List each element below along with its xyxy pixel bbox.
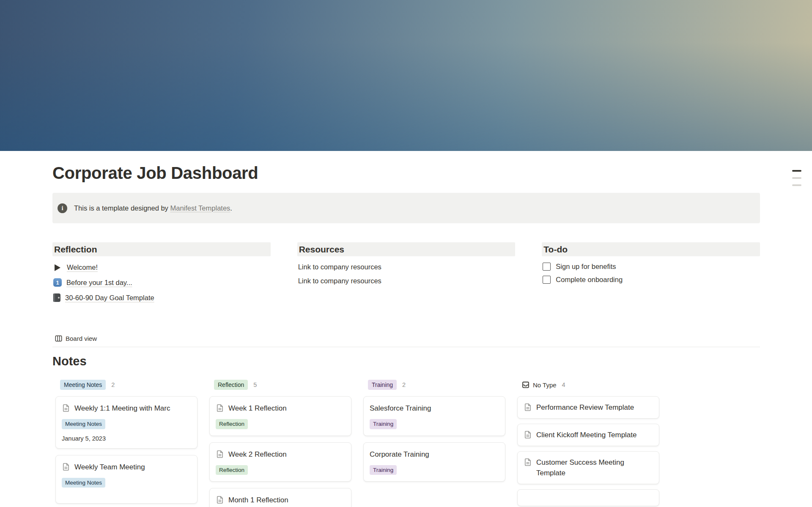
card-tag: Training [370,419,397,429]
page-icon [216,450,224,458]
page-link-row[interactable]: 30-60-90 Day Goal Template [52,290,271,305]
page-icon [216,496,224,504]
group-pill-meeting-notes[interactable]: Meeting Notes [60,380,106,390]
todo-item: Sign up for benefits [542,260,760,273]
group-name: No Type [533,381,557,389]
todo-label: Complete onboarding [556,276,623,284]
callout-text-after: . [230,204,232,212]
info-icon: i [58,203,67,213]
group-label-no-type[interactable]: No Type [522,381,557,389]
page-icon [524,430,532,439]
card-week-2-reflection[interactable]: Week 2 Reflection Reflection [209,442,351,482]
card-title: Corporate Training [370,449,429,460]
card-tag: Training [370,465,397,475]
page-link-before-first-day[interactable]: Before your 1st day... [66,279,132,287]
card-tag: Reflection [216,419,248,429]
toc-line [792,177,801,179]
board-group-reflection: Reflection 5 Week 1 Reflection [209,379,351,507]
card-title: Weekly Team Meeting [74,462,145,472]
group-pill-reflection[interactable]: Reflection [214,380,248,390]
column-reflection: Reflection Welcome! 1 Before your 1st da… [52,242,271,305]
page-icon [524,403,532,411]
card-customer-success-meeting-template[interactable]: Customer Success Meeting Template [517,451,659,484]
inbox-icon [522,381,529,389]
page-icon [62,463,70,471]
page-link-welcome[interactable]: Welcome! [67,263,98,271]
board-group-training: Training 2 Salesforce Training Training … [363,379,505,482]
card-performance-review-template[interactable]: Performance Review Template [517,396,659,419]
board-view-icon [55,335,62,342]
resource-link[interactable]: Link to company resources [297,260,516,274]
card-tag: Reflection [216,465,248,475]
notebook-icon [53,293,60,302]
group-header: Training 2 [363,379,505,391]
card-tag: Meeting Notes [62,478,105,488]
notion-page: Corporate Job Dashboard i This is a temp… [0,0,812,507]
column-resources: Resources Link to company resources Link… [297,242,516,288]
column-todo: To-do Sign up for benefits Complete onbo… [542,242,760,286]
section-header-todo: To-do [542,242,760,256]
card-title: Client Kickoff Meeting Template [536,430,637,440]
card-date: January 5, 2023 [62,435,191,442]
card-title: Month 1 Reflection [228,495,288,505]
cover-image [0,0,812,151]
group-header: Meeting Notes 2 [55,379,198,391]
card-tag: Meeting Notes [62,419,105,429]
toc-line [792,184,801,186]
card-partial[interactable] [517,489,659,506]
page-icon [524,458,532,466]
board-group-no-type: No Type 4 Performance Review Template [517,379,659,506]
board: Meeting Notes 2 Weekly 1:1 Meeting with … [52,379,760,507]
one-keycap-icon: 1 [53,278,62,287]
todo-label: Sign up for benefits [556,263,616,271]
resource-link[interactable]: Link to company resources [297,274,516,288]
page-title: Corporate Job Dashboard [52,164,760,183]
toc-line-active [792,170,801,172]
card-month-1-reflection[interactable]: Month 1 Reflection [209,488,351,507]
card-client-kickoff-meeting-template[interactable]: Client Kickoff Meeting Template [517,424,659,446]
view-tabs-bar: Board view [52,332,760,347]
page-link-row[interactable]: Welcome! [52,260,271,275]
group-count: 2 [402,381,406,388]
section-header-resources: Resources [297,242,516,256]
page-icon [216,404,224,412]
card-weekly-team-meeting[interactable]: Weekly Team Meeting Meeting Notes [55,455,198,504]
card-title: Weekly 1:1 Meeting with Marc [74,403,170,414]
board-view-label: Board view [66,335,97,342]
manifest-templates-link[interactable]: Manifest Templates [170,204,230,212]
callout-text: This is a template designed by Manifest … [74,204,232,212]
card-title: Salesforce Training [370,403,431,414]
page-link-30-60-90[interactable]: 30-60-90 Day Goal Template [65,294,154,302]
board-view-tab[interactable]: Board view [53,332,99,347]
board-group-meeting-notes: Meeting Notes 2 Weekly 1:1 Meeting with … [55,379,198,504]
play-icon [55,264,60,271]
todo-item: Complete onboarding [542,273,760,286]
group-header: No Type 4 [517,379,659,391]
page-content: Corporate Job Dashboard i This is a temp… [0,164,812,507]
group-pill-training[interactable]: Training [368,380,397,390]
group-count: 5 [253,381,257,388]
card-title: Week 2 Reflection [228,449,287,460]
card-weekly-11-meeting[interactable]: Weekly 1:1 Meeting with Marc Meeting Not… [55,396,198,449]
card-title: Week 1 Reflection [228,403,287,414]
callout-text-before: This is a template designed by [74,204,170,212]
group-count: 2 [111,381,115,388]
group-header: Reflection 5 [209,379,351,391]
card-salesforce-training[interactable]: Salesforce Training Training [363,396,505,436]
section-header-reflection: Reflection [52,242,271,256]
card-corporate-training[interactable]: Corporate Training Training [363,442,505,482]
card-title: Performance Review Template [536,402,634,413]
database-title: Notes [52,354,760,368]
group-count: 4 [562,381,565,388]
checkbox-complete-onboarding[interactable] [543,276,551,284]
card-title: Customer Success Meeting Template [536,457,653,478]
table-of-contents-indicator[interactable] [792,170,801,186]
checkbox-sign-up-benefits[interactable] [543,263,551,271]
page-link-row[interactable]: 1 Before your 1st day... [52,275,271,290]
page-icon [62,404,70,412]
card-week-1-reflection[interactable]: Week 1 Reflection Reflection [209,396,351,436]
callout: i This is a template designed by Manifes… [52,193,760,223]
